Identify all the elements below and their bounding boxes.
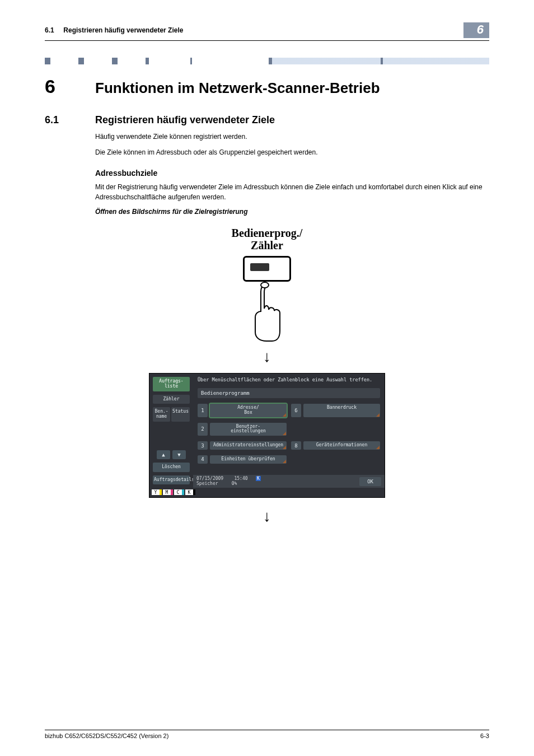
- mfp-touchscreen: Auftrags- liste Zähler Ben.- name Status…: [149, 374, 385, 497]
- mfp-menu-item[interactable]: 1Adresse/ Box: [198, 404, 287, 417]
- ink-yellow-icon: Y: [152, 489, 162, 495]
- chapter-title: Funktionen im Netzwerk-Scanner-Betrieb: [95, 80, 380, 97]
- mfp-menu-number: 3: [198, 441, 208, 450]
- paragraph: Häufig verwendete Ziele können registrie…: [95, 132, 489, 142]
- chapter-number: 6: [45, 76, 95, 97]
- mfp-ink-levels: Y M C K: [149, 488, 198, 497]
- mfp-jobdetails-button[interactable]: Auftragsdetails: [153, 475, 190, 485]
- step-heading: Öffnen des Bildschirms für die Zielregis…: [95, 208, 489, 216]
- mfp-menu-number: 2: [198, 423, 208, 436]
- mfp-counter-tab[interactable]: Zähler: [153, 395, 190, 404]
- mfp-time: 15:40: [234, 476, 247, 481]
- subheading: Adressbuchziele: [95, 169, 489, 178]
- mfp-jobs-tab[interactable]: Auftrags- liste: [153, 377, 190, 391]
- mfp-menu-number: 1: [198, 404, 208, 417]
- decorative-stripe: [45, 58, 489, 64]
- pointing-hand-icon: [247, 281, 287, 342]
- section-title: Registrieren häufig verwendeter Ziele: [95, 114, 275, 126]
- key-label-line1: Bedienerprog./: [232, 227, 303, 239]
- mfp-menu-number: 8: [291, 441, 301, 450]
- ink-black-icon: K: [185, 489, 195, 495]
- mfp-menu-label: Adresse/ Box: [210, 404, 287, 417]
- mfp-program-title: Bedienerprogramm: [198, 388, 380, 398]
- mfp-menu-label: Bannerdruck: [303, 404, 380, 417]
- hardware-key-icon: [243, 256, 291, 282]
- arrow-down-icon: ↓: [263, 348, 271, 366]
- mfp-menu-number: 6: [291, 404, 301, 417]
- mfp-status-flag-icon: K: [256, 476, 261, 481]
- ink-cyan-icon: C: [174, 489, 184, 495]
- paragraph: Die Ziele können im Adressbuch oder als …: [95, 147, 489, 157]
- mfp-menu-item[interactable]: 8Geräteinformationen: [291, 441, 380, 450]
- running-header: 6.1 Registrieren häufig verwendeter Ziel…: [45, 22, 489, 41]
- mfp-menu-label: Administratoreinstellungen: [210, 441, 287, 450]
- mfp-menu-label: Benutzer- einstellungen: [210, 423, 287, 436]
- mfp-scroll-up-button[interactable]: ▲: [157, 450, 170, 459]
- ink-magenta-icon: M: [163, 489, 173, 495]
- mfp-status-label: Status: [171, 407, 190, 422]
- chapter-badge: 6: [463, 22, 489, 38]
- mfp-delete-button[interactable]: Löschen: [153, 463, 190, 472]
- mfp-menu-item[interactable]: 4Einheiten überprüfen: [198, 455, 287, 464]
- mfp-menu-item[interactable]: 2Benutzer- einstellungen: [198, 423, 287, 436]
- mfp-scroll-down-button[interactable]: ▼: [172, 450, 186, 459]
- mfp-menu-item[interactable]: 6Bannerdruck: [291, 404, 380, 417]
- mfp-ok-button[interactable]: OK: [359, 477, 381, 486]
- svg-point-0: [261, 282, 269, 288]
- footer-model: bizhub C652/C652DS/C552/C452 (Version 2): [45, 732, 168, 739]
- footer-page-number: 6-3: [480, 732, 489, 739]
- mfp-instruction-text: Über Menüschaltflächen oder Zahlenblock …: [193, 374, 385, 385]
- page-footer: bizhub C652/C652DS/C552/C452 (Version 2)…: [45, 730, 489, 739]
- section-heading: 6.1 Registrieren häufig verwendeter Ziel…: [45, 114, 489, 126]
- key-label-line2: Zähler: [232, 239, 303, 251]
- mfp-menu-item[interactable]: 3Administratoreinstellungen: [198, 441, 287, 450]
- arrow-down-icon: ↓: [45, 507, 489, 525]
- mfp-menu-number: 4: [198, 455, 208, 464]
- mfp-memory-label: Speicher: [196, 481, 218, 486]
- mfp-menu-label: Einheiten überprüfen: [210, 455, 287, 464]
- mfp-memory-value: 0%: [232, 481, 237, 486]
- running-section-num: 6.1: [45, 26, 54, 34]
- chapter-heading: 6 Funktionen im Netzwerk-Scanner-Betrieb: [45, 76, 489, 97]
- mfp-username-label: Ben.- name: [153, 407, 170, 422]
- paragraph: Mit der Registrierung häufig verwendeter…: [95, 182, 489, 202]
- mfp-menu-label: Geräteinformationen: [303, 441, 380, 450]
- mfp-menu-grid: 1Adresse/ Box6Bannerdruck2Benutzer- eins…: [198, 404, 380, 469]
- key-press-figure: Bedienerprog./ Zähler ↓: [45, 227, 489, 366]
- mfp-date: 07/15/2009: [196, 476, 223, 481]
- section-number: 6.1: [45, 114, 95, 126]
- running-section-title: Registrieren häufig verwendeter Ziele: [63, 26, 183, 34]
